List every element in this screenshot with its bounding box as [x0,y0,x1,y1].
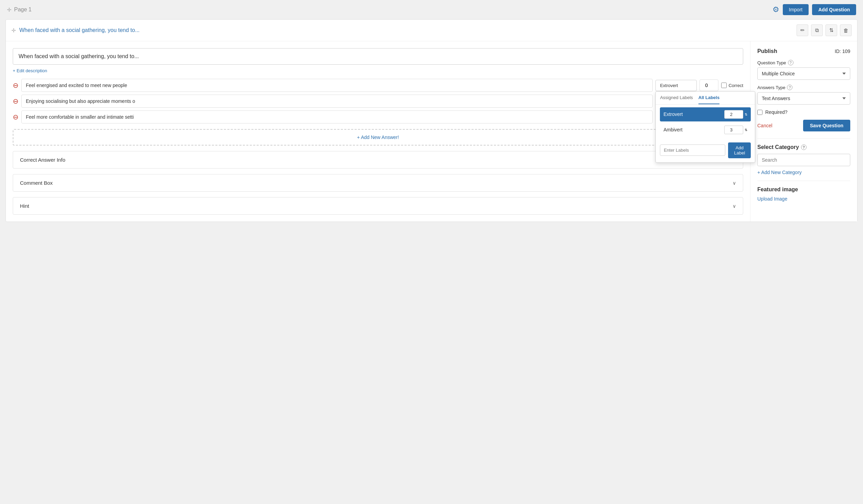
right-panel: Publish ID: 109 Question Type ? Multiple… [750,41,857,222]
divider [757,138,850,139]
remove-answer-btn-1[interactable]: ⊖ [13,82,19,89]
collapsible-comment-box: Comment Box ∨ [13,174,743,192]
copy-icon-btn[interactable]: ⧉ [811,24,823,36]
cancel-button[interactable]: Cancel [757,123,772,128]
answer-input-2[interactable] [21,95,653,108]
score-spinner-icon-2: ⇅ [745,128,747,132]
correct-label-1: Correct [721,83,743,88]
edit-description-link[interactable]: + Edit description [13,68,47,73]
popup-score-input-ambivert[interactable] [724,126,743,134]
collapsible-header-correct[interactable]: Correct Answer Info ∨ [13,151,743,168]
top-bar: ✛ Page 1 ⚙ Import Add Question [0,0,863,19]
popup-tab-all[interactable]: All Labels [698,92,719,104]
popup-label-score-extrovert: ⇅ [724,110,747,119]
collapsible-correct-answer: Correct Answer Info ∨ [13,151,743,169]
action-buttons: Cancel Save Question [757,120,850,131]
question-header-left: ✛ When faced with a social gathering, yo… [11,27,140,34]
select-category-header: Select Category ? [757,144,850,150]
answers-type-help[interactable]: ? [787,85,792,90]
answer-input-3[interactable] [21,110,653,124]
remove-answer-btn-3[interactable]: ⊖ [13,114,19,120]
collapsible-hint: Hint ∨ [13,197,743,215]
question-type-label: Question Type ? [757,60,850,65]
remove-answer-btn-2[interactable]: ⊖ [13,98,19,105]
required-label: Required? [765,109,788,115]
publish-title: Publish [757,48,777,54]
answer-input-1[interactable] [21,79,653,92]
chevron-comment-icon: ∨ [733,180,736,186]
answer-row: ⊖ Extrovert Ambivert Assigned Labels All… [13,79,743,92]
question-header: ✛ When faced with a social gathering, yo… [6,20,857,41]
correct-text-1: Correct [728,83,743,88]
collapsible-header-comment[interactable]: Comment Box ∨ [13,174,743,191]
edit-icon-btn[interactable]: ✏ [797,24,808,36]
required-row: Required? [757,109,850,115]
popup-label-rows: Extrovert ⇅ Ambivert [656,105,755,140]
publish-header: Publish ID: 109 [757,48,850,54]
add-question-button[interactable]: Add Question [812,4,856,15]
popup-label-row-ambivert[interactable]: Ambivert ⇅ [660,123,751,137]
collapsible-header-hint[interactable]: Hint ∨ [13,197,743,214]
label-select-1[interactable]: Extrovert Ambivert [655,80,697,91]
main-panel: + Edit description ⊖ Extrovert Ambivert [6,41,750,222]
popup-tabs: Assigned Labels All Labels [656,92,755,105]
answers-type-select[interactable]: Text Answers Image Answers [757,92,850,105]
add-category-link[interactable]: + Add New Category [757,170,802,175]
delete-icon-btn[interactable]: 🗑 [840,24,852,36]
label-popup: Assigned Labels All Labels Extrovert ⇅ [655,91,755,163]
question-text-input[interactable] [13,48,743,65]
answer-row-3: ⊖ Extrovert Ambivert Correct [13,110,743,124]
drag-handle-icon: ✛ [7,7,11,13]
page-label: Page 1 [14,7,32,13]
answer-row-2: ⊖ Extrovert Ambivert Correct [13,95,743,108]
popup-label-name-extrovert: Extrovert [663,111,683,117]
collapsible-label-comment: Comment Box [20,180,53,186]
popup-label-score-ambivert: ⇅ [724,126,747,134]
score-input-1[interactable] [699,79,718,91]
question-drag-handle[interactable]: ✛ [11,27,16,34]
select-category-help[interactable]: ? [801,144,807,150]
popup-enter-row: Add Label [656,140,755,158]
question-title-link[interactable]: When faced with a social gathering, you … [19,27,140,33]
collapsible-label-correct: Correct Answer Info [20,157,65,163]
featured-image-section: Featured image Upload Image [757,186,850,202]
answers-list: ⊖ Extrovert Ambivert Assigned Labels All… [13,79,743,146]
collapsible-label-hint: Hint [20,203,29,209]
move-icon: ⇅ [829,27,834,33]
question-type-select[interactable]: Multiple Choice Single Choice True/False [757,67,850,80]
publish-id: ID: 109 [835,49,850,54]
move-icon-btn[interactable]: ⇅ [825,24,837,36]
divider-2 [757,181,850,181]
import-button[interactable]: Import [783,4,809,15]
required-checkbox[interactable] [757,110,762,115]
pencil-icon: ✏ [800,27,805,33]
category-search-input[interactable] [757,154,850,166]
select-category-title: Select Category [757,144,799,150]
label-dropdown-1: Extrovert Ambivert Assigned Labels All L… [655,80,697,91]
featured-image-title: Featured image [757,186,850,193]
popup-enter-label-input[interactable] [660,144,725,156]
content-area: + Edit description ⊖ Extrovert Ambivert [6,41,857,222]
popup-score-input-extrovert[interactable] [724,110,743,119]
copy-icon: ⧉ [815,27,819,33]
score-spinner-icon: ⇅ [745,112,747,116]
main-container: ✛ When faced with a social gathering, yo… [6,19,857,222]
save-question-button[interactable]: Save Question [803,120,850,131]
popup-label-row-extrovert[interactable]: Extrovert ⇅ [660,107,751,121]
gear-icon[interactable]: ⚙ [772,5,779,14]
chevron-hint-icon: ∨ [733,203,736,209]
correct-checkbox-1[interactable] [721,83,727,88]
top-bar-right: ⚙ Import Add Question [772,4,856,15]
popup-label-name-ambivert: Ambivert [663,127,682,132]
trash-icon: 🗑 [843,28,849,33]
add-answer-box[interactable]: + Add New Answer! [13,129,743,146]
popup-tab-assigned[interactable]: Assigned Labels [660,92,693,104]
add-answer-label: + Add New Answer! [357,135,399,140]
top-bar-left: ✛ Page 1 [7,7,32,13]
add-label-button[interactable]: Add Label [728,142,751,158]
answers-type-label: Answers Type ? [757,85,850,90]
question-header-actions: ✏ ⧉ ⇅ 🗑 [797,24,852,36]
upload-image-link[interactable]: Upload Image [757,196,787,202]
question-type-help[interactable]: ? [788,60,793,65]
